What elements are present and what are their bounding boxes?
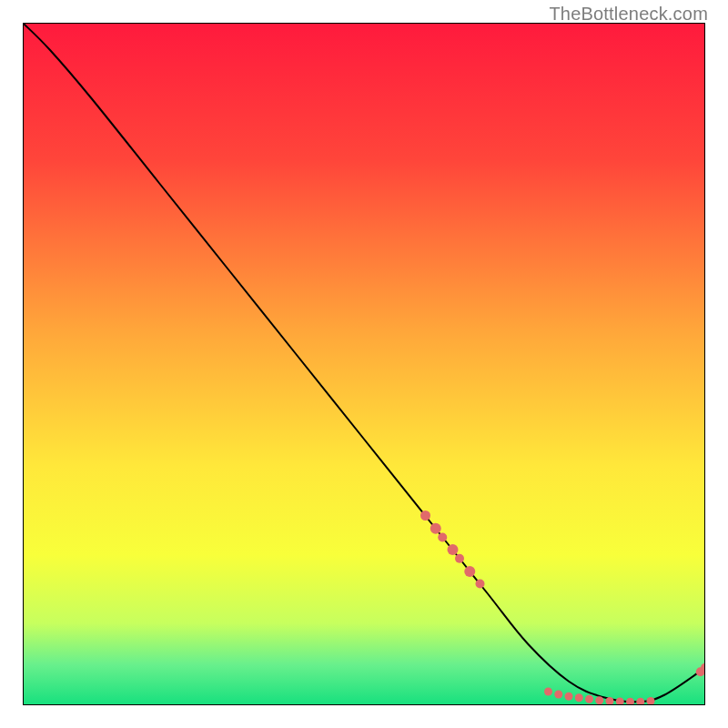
marker-point: [595, 696, 603, 704]
plot-area: [23, 23, 705, 705]
marker-point: [420, 511, 430, 521]
marker-point: [544, 688, 552, 696]
attribution-label: TheBottleneck.com: [549, 4, 708, 25]
marker-point: [575, 693, 583, 702]
marker-point: [616, 697, 624, 705]
marker-point: [476, 580, 485, 589]
marker-point: [455, 554, 464, 563]
marker-point: [554, 691, 562, 699]
gradient-background: [23, 23, 705, 705]
marker-point: [464, 566, 475, 577]
marker-point: [606, 697, 614, 705]
marker-point: [430, 523, 441, 534]
marker-point: [438, 533, 447, 542]
chart-container: TheBottleneck.com: [0, 0, 728, 728]
chart-svg: [23, 23, 705, 705]
marker-point: [647, 697, 655, 705]
marker-point: [448, 544, 459, 555]
marker-point: [565, 693, 573, 701]
marker-point: [585, 695, 593, 703]
